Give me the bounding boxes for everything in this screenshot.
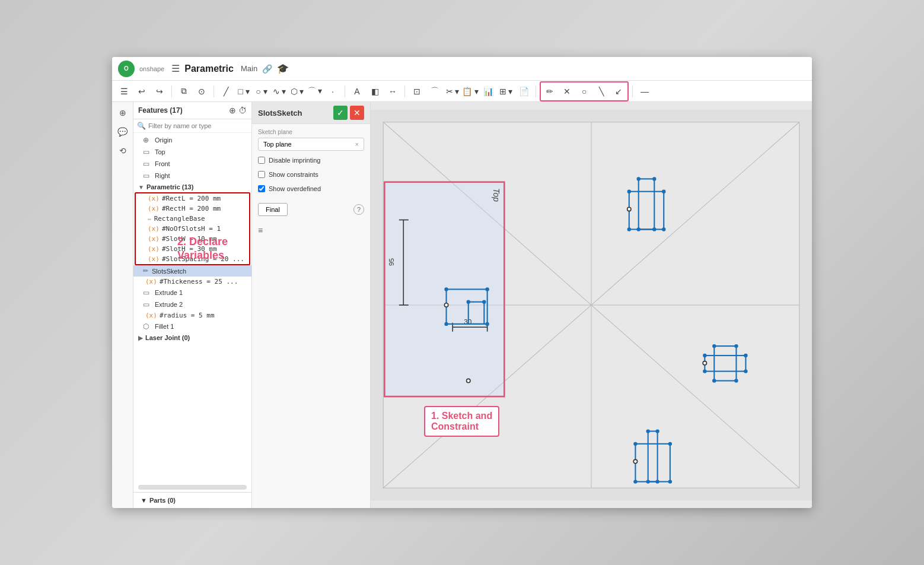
toolbar-dim-btn[interactable]: ⊡ [409,83,425,100]
circle-constraint-btn[interactable]: ○ [576,83,592,100]
extrude1-icon: ▭ [143,288,151,297]
toolbar-polygon-btn[interactable]: ⬡ ▾ [289,83,305,100]
svg-point-22 [467,300,470,303]
feature-add-icon[interactable]: ⊕ [229,106,236,115]
sep3 [345,85,345,97]
scrollbar[interactable] [138,485,247,490]
sep6 [632,85,633,97]
toolbar-chart-btn[interactable]: 📊 [480,83,496,100]
pencil-constraint-btn[interactable]: ✏ [541,83,558,100]
var-icon-3: ✏ [148,215,152,223]
var-rectH[interactable]: (x) #RectH = 200 mm [136,204,249,214]
feature-fillet1[interactable]: ⬡ Fillet 1 [133,320,251,332]
svg-point-46 [655,480,659,483]
toolbar-redo-btn[interactable]: ↪ [151,83,168,100]
toolbar-list-btn[interactable]: ☰ [116,83,132,100]
var-slotH[interactable]: (x) #SlotH = 30 mm [136,244,249,254]
plane-close-icon[interactable]: × [355,141,359,148]
toolbar-curve-btn[interactable]: ⌒ ▾ [307,83,323,100]
tool-select[interactable]: ⊕ [114,104,131,121]
var-rectL-label: #RectL = 200 mm [162,195,221,202]
var-icon-5: (x) [148,235,160,243]
show-overdefined-checkbox[interactable] [258,185,265,192]
feature-front[interactable]: ▭ Front [133,158,251,170]
tab-name[interactable]: Main [241,64,257,73]
feature-slots-sketch[interactable]: ✏ SlotsSketch [133,265,251,277]
svg-point-54 [637,177,641,180]
toolbar-pattern-btn[interactable]: 📋 ▾ [462,83,479,100]
feature-top[interactable]: ▭ Top [133,146,251,158]
var-slotW[interactable]: (x) #SlotW = 10 mm [136,234,249,244]
var-rectbase[interactable]: ✏ RectangleBase [136,214,249,224]
toolbar-export-btn[interactable]: 📄 [515,83,532,100]
toolbar-trim-btn[interactable]: ↔ [384,83,401,100]
right-label: Right [155,172,170,179]
top-bar: O onshape ☰ Parametric Main 🔗 🎓 [112,57,812,81]
var-radius[interactable]: (x) #radius = 5 mm [133,310,251,320]
var-rectL[interactable]: (x) #RectL = 200 mm [136,193,249,204]
toolbar-text-btn[interactable]: A [349,83,365,100]
arrow-constraint-btn[interactable]: ↙ [610,83,627,100]
toolbar-constraint-btn[interactable]: ✂ ▾ [444,83,461,100]
var-slotW-label: #SlotW = 10 mm [162,235,217,243]
toolbar-grid-btn[interactable]: ⊞ ▾ [498,83,514,100]
final-btn[interactable]: Final [258,203,288,216]
toolbar-close-btn[interactable]: — [636,83,653,100]
toolbar-arc-btn[interactable]: ⌒ [426,83,443,100]
feature-panel: Features (17) ⊕ ⏱ 🔍 ⊕ Origin ▭ [133,102,252,508]
svg-point-34 [712,379,716,382]
sep1 [171,85,172,97]
toolbar-spline-btn[interactable]: ∿ ▾ [271,83,288,100]
toolbar-point-btn[interactable]: · [324,83,341,100]
toolbar-copy-btn[interactable]: ⧉ [176,83,192,100]
laser-joint-group[interactable]: ▶ Laser Joint (0) [133,332,251,343]
feature-right[interactable]: ▭ Right [133,170,251,182]
toolbar-convert-btn[interactable]: ◧ [367,83,383,100]
sketch-title: SlotsSketch [258,109,302,118]
show-constraints-label: Show constraints [269,171,318,178]
disable-imprinting-checkbox[interactable] [258,157,265,164]
svg-point-39 [633,442,637,446]
feature-search-input[interactable] [148,122,248,129]
tool-history[interactable]: ⟲ [114,142,131,159]
toolbar-mirror-btn[interactable]: ⊙ [193,83,210,100]
feature-extrude1[interactable]: ▭ Extrude 1 [133,287,251,299]
feature-extrude2[interactable]: ▭ Extrude 2 [133,299,251,310]
svg-point-55 [652,177,656,180]
var-slotH-label: #SlotH = 30 mm [162,245,217,253]
svg-point-42 [668,480,672,483]
toolbar-rect-btn[interactable]: □ ▾ [235,83,252,100]
show-constraints-checkbox[interactable] [258,171,265,178]
feature-origin[interactable]: ⊕ Origin [133,134,251,146]
svg-point-23 [482,300,486,303]
svg-point-21 [485,322,489,326]
cross-constraint-btn[interactable]: ✕ [559,83,575,100]
tool-comment[interactable]: 💬 [114,123,131,140]
toolbar-circle-btn[interactable]: ○ ▾ [253,83,270,100]
sep4 [404,85,405,97]
parametric-group[interactable]: ▼ Parametric (13) [133,182,251,192]
link-icon[interactable]: 🔗 [262,64,272,74]
graduate-icon[interactable]: 🎓 [277,63,289,74]
sketch-confirm-btn[interactable]: ✓ [333,106,348,120]
help-icon[interactable]: ? [353,204,364,215]
toolbar-undo-btn[interactable]: ↩ [133,83,150,100]
top-plane-icon: ▭ [143,148,151,156]
feature-header: Features (17) ⊕ ⏱ [133,102,251,119]
var-thickness[interactable]: (x) #Thickeness = 25 ... [133,277,251,287]
feature-history-icon[interactable]: ⏱ [238,106,247,115]
toolbar: ☰ ↩ ↪ ⧉ ⊙ ╱ □ ▾ ○ ▾ ∿ ▾ ⬡ ▾ ⌒ ▾ · A ◧ ↔ … [112,81,812,102]
sketch-cancel-btn[interactable]: ✕ [350,106,364,120]
hamburger-icon[interactable]: ☰ [171,63,180,74]
svg-point-30 [703,369,706,373]
onshape-label: onshape [139,65,164,72]
list-icon[interactable]: ≡ [252,221,370,240]
var-noslots[interactable]: (x) #NoOfSlotsH = 1 [136,224,249,234]
var-slotspacing[interactable]: (x) #SlotSpacing = 20 ... [136,254,249,264]
toolbar-line-btn[interactable]: ╱ [218,83,234,100]
var-rectH-label: #RectH = 200 mm [162,205,221,212]
variables-section: (x) #RectL = 200 mm (x) #RectH = 200 mm … [135,192,250,265]
canvas-area[interactable]: Top 95 30 [371,102,812,508]
parts-group[interactable]: ▼ Parts (0) [136,495,249,506]
diagonal-constraint-btn[interactable]: ╲ [593,83,610,100]
